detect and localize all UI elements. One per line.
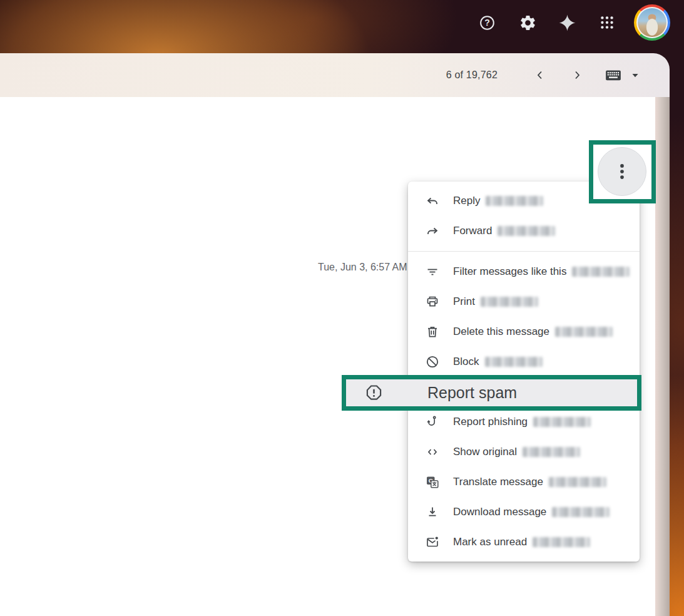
menu-item-label: Filter messages like this — [453, 265, 566, 278]
pagination-count: 6 of 19,762 — [446, 53, 498, 97]
menu-item-show-original[interactable]: Show original — [408, 437, 640, 467]
input-tools-button[interactable] — [603, 61, 624, 89]
menu-item-label: Show original — [453, 446, 517, 458]
redacted-sender-name — [549, 477, 606, 487]
menu-item-download-message[interactable]: Download message — [408, 497, 640, 527]
google-apps-button[interactable] — [593, 9, 621, 36]
input-tools-dropdown[interactable] — [626, 61, 645, 89]
report-spam-label: Report spam — [427, 384, 517, 402]
phishing-icon — [425, 414, 440, 429]
menu-item-translate-message[interactable]: Translate message — [408, 467, 640, 497]
code-icon — [425, 444, 440, 459]
filter-icon — [425, 264, 440, 279]
gemini-sparkle-icon — [558, 13, 577, 33]
context-menu-items: Reply Forward Filter messages like this … — [408, 186, 640, 557]
menu-item-label: Report phishing — [453, 416, 528, 428]
help-icon — [479, 14, 496, 31]
gmail-screen: 6 of 19,762 Tue, Jun 3, 6:57 AM (1 day a… — [0, 0, 684, 616]
menu-item-mark-as-unread[interactable]: Mark as unread — [408, 527, 640, 557]
mark-unread-icon — [425, 535, 440, 550]
menu-item-label: Reply — [453, 195, 480, 207]
menu-item-label: Delete this message — [453, 326, 549, 338]
settings-button[interactable] — [514, 9, 541, 36]
menu-item-label: Print — [453, 295, 475, 308]
help-button[interactable] — [473, 9, 501, 36]
redacted-sender-name — [523, 447, 580, 457]
gmail-header-bar — [0, 0, 684, 53]
download-icon — [425, 505, 440, 520]
report-spam-icon — [364, 383, 384, 403]
avatar-photo — [636, 7, 668, 38]
redacted-sender-name — [498, 226, 555, 236]
menu-divider — [408, 251, 640, 252]
older-button[interactable] — [563, 61, 591, 89]
report-spam-highlighted-item[interactable]: Report spam — [346, 379, 637, 406]
annotation-box-more-button — [589, 140, 656, 203]
menu-item-print[interactable]: Print — [408, 287, 640, 317]
caret-down-icon — [629, 69, 641, 81]
delete-icon — [425, 324, 440, 339]
reply-icon — [425, 193, 440, 208]
translate-icon — [425, 475, 440, 490]
keyboard-icon — [604, 66, 623, 85]
account-avatar[interactable] — [634, 4, 670, 41]
menu-item-label: Forward — [453, 225, 492, 237]
list-toolbar: 6 of 19,762 — [0, 53, 670, 97]
redacted-sender-name — [555, 327, 613, 337]
forward-icon — [425, 223, 440, 239]
chevron-left-icon — [533, 68, 548, 83]
more-vertical-icon — [611, 161, 633, 182]
scrollbar-gutter[interactable] — [655, 97, 670, 616]
redacted-sender-name — [481, 297, 538, 307]
print-icon — [425, 294, 440, 309]
redacted-sender-name — [533, 417, 591, 427]
menu-item-forward[interactable]: Forward — [408, 216, 640, 246]
menu-item-label: Download message — [453, 506, 546, 518]
menu-item-label: Translate message — [453, 476, 543, 488]
menu-item-report-phishing[interactable]: Report phishing — [408, 407, 640, 437]
menu-item-label: Mark as unread — [453, 536, 527, 548]
redacted-sender-name — [533, 537, 590, 547]
annotation-box-report-spam: Report spam — [342, 375, 641, 411]
apps-grid-icon — [599, 14, 615, 31]
menu-item-delete-this-message[interactable]: Delete this message — [408, 317, 640, 347]
newer-button[interactable] — [526, 61, 554, 89]
gemini-button[interactable] — [553, 9, 581, 36]
gear-icon — [519, 14, 537, 32]
redacted-sender-name — [572, 267, 630, 277]
block-icon — [425, 354, 440, 369]
more-options-button[interactable] — [598, 147, 646, 196]
redacted-sender-name — [552, 507, 610, 517]
menu-item-label: Block — [453, 356, 479, 368]
redacted-sender-name — [485, 357, 543, 367]
chevron-right-icon — [569, 68, 584, 83]
context-menu: Reply Forward Filter messages like this … — [408, 182, 640, 562]
menu-item-block[interactable]: Block — [408, 347, 640, 377]
redacted-sender-name — [486, 196, 543, 206]
menu-item-filter-messages-like-this[interactable]: Filter messages like this — [408, 257, 640, 287]
